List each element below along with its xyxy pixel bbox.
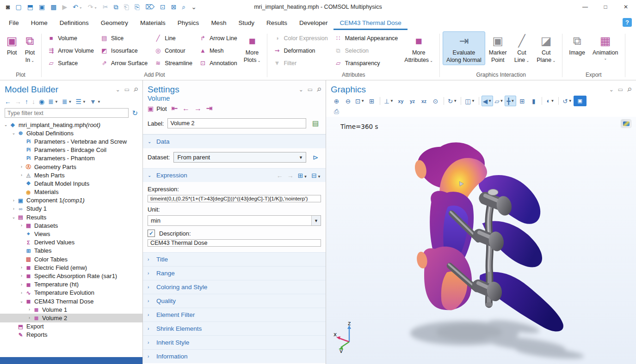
- tree-item-electric-field-emw[interactable]: ›◼Electric Field (emw): [0, 263, 142, 272]
- go-to-yz-view-button[interactable]: yz: [407, 96, 418, 106]
- cut-line-button[interactable]: ╱CutLine ⌄: [511, 31, 533, 65]
- replace-expression-icon[interactable]: ⊞▼: [298, 172, 308, 179]
- app-icon[interactable]: ◙: [4, 2, 12, 12]
- isosurface-button[interactable]: ◩Isosurface: [98, 44, 150, 57]
- collapse-arrow-icon[interactable]: ⌄: [19, 299, 25, 303]
- section-coloring-and-style[interactable]: ›Coloring and Style: [143, 280, 326, 294]
- tree-item-cem43-thermal-dose[interactable]: ⌄◼CEM43 Thermal Dose: [0, 297, 142, 305]
- rotate-view-button[interactable]: ↻▼: [446, 96, 458, 106]
- tree-item-derived-values[interactable]: ΣDerived Values: [0, 238, 142, 247]
- tab-definitions[interactable]: Definitions: [54, 16, 95, 30]
- evaluate-along-normal-button[interactable]: ⇥EvaluateAlong Normal: [443, 31, 485, 65]
- tab-results[interactable]: Results: [260, 16, 293, 30]
- open-file-button[interactable]: ⬒: [25, 2, 36, 12]
- unit-select[interactable]: min ▼: [148, 215, 321, 226]
- tree-item-tables[interactable]: ⊞Tables: [0, 247, 142, 255]
- settings-plot-button[interactable]: ▣ Plot: [148, 105, 167, 112]
- plot-in-button[interactable]: ⧉PlotIn ⌄: [21, 31, 39, 65]
- collapse-all-button[interactable]: ≣▼: [62, 98, 72, 105]
- expand-arrow-icon[interactable]: ›: [19, 223, 25, 228]
- more-plots-button[interactable]: ■MorePlots ⌄: [240, 31, 265, 65]
- save-as-button[interactable]: ▩: [48, 2, 59, 12]
- zoom-out-button[interactable]: ⊖: [342, 96, 354, 106]
- maximize-button[interactable]: □: [595, 0, 616, 14]
- tree-item-views[interactable]: ⌖Views: [0, 230, 142, 238]
- paste-button[interactable]: ⎗: [122, 2, 131, 12]
- more-attributes-button[interactable]: ■MoreAttributes ⌄: [401, 31, 437, 65]
- collapse-panel-icon[interactable]: ⌄: [609, 86, 614, 93]
- expression-input[interactable]: [148, 195, 321, 202]
- tree-item-mesh-parts[interactable]: ›◬Mesh Parts: [0, 171, 142, 179]
- tree-item-volume-1[interactable]: ›◼Volume 1: [0, 305, 142, 314]
- section-title[interactable]: ›Title: [143, 252, 326, 266]
- show-grid-toggle[interactable]: ⊞: [516, 96, 528, 106]
- duplicate-button[interactable]: ⎘: [132, 2, 142, 12]
- section-element-filter[interactable]: ›Element Filter: [143, 308, 326, 322]
- show-legends-toggle[interactable]: ▮: [528, 96, 539, 106]
- show-button[interactable]: ◉: [39, 98, 44, 105]
- transparency-toggle[interactable]: ▱▼: [493, 96, 505, 106]
- image-button[interactable]: ⧉Image: [565, 31, 589, 58]
- section-expression[interactable]: ⌄ Expression ← → ⊞▼ ⊟▼: [143, 168, 326, 182]
- minimize-button[interactable]: —: [575, 0, 595, 14]
- plot-button[interactable]: ▣Plot: [3, 31, 21, 58]
- collapse-arrow-icon[interactable]: ⌄: [3, 122, 9, 127]
- go-forward-button[interactable]: →: [15, 98, 21, 105]
- arrow-volume-button[interactable]: ⇶Arrow Volume: [44, 44, 97, 57]
- plot-next-button[interactable]: →: [194, 105, 202, 112]
- sound-feedback-toggle[interactable]: ◀▼: [482, 96, 493, 106]
- contour-button[interactable]: ◎Contour: [151, 44, 195, 57]
- surface-button[interactable]: ▱Surface: [44, 57, 97, 69]
- section-quality[interactable]: ›Quality: [143, 294, 326, 308]
- node-text-button[interactable]: ☰▼: [76, 98, 86, 105]
- expand-arrow-icon[interactable]: ›: [19, 291, 25, 295]
- section-data[interactable]: ⌄ Data: [143, 134, 326, 148]
- run-button[interactable]: ▶: [60, 2, 69, 12]
- section-information[interactable]: ›Information: [143, 349, 326, 363]
- expand-arrow-icon[interactable]: ›: [26, 307, 32, 312]
- plot-thumbnail-button[interactable]: [621, 120, 631, 127]
- show-axes-toggle[interactable]: ╋▼: [505, 96, 516, 106]
- tree-filter-input[interactable]: [5, 108, 129, 118]
- refresh-icon[interactable]: ↻: [132, 109, 138, 117]
- deselect-box-button[interactable]: ⊠: [169, 2, 179, 12]
- pin-panel-icon[interactable]: ⚲: [315, 86, 323, 93]
- scene-camera-button[interactable]: ⊙: [430, 96, 441, 106]
- expand-all-button[interactable]: ≣▼: [48, 98, 58, 105]
- collapse-arrow-icon[interactable]: ⌄: [11, 215, 17, 219]
- expand-arrow-icon[interactable]: ›: [26, 315, 32, 320]
- tab-geometry[interactable]: Geometry: [95, 16, 134, 30]
- toolbar-options-button[interactable]: ⌄: [189, 2, 199, 12]
- tab-file[interactable]: File: [3, 16, 25, 30]
- new-file-button[interactable]: ▢: [13, 2, 24, 12]
- tree-item-parameters-vertebrae-and-screw[interactable]: PiParameters - Vertebrae and Screw: [0, 137, 142, 146]
- print-button[interactable]: ⎙: [331, 107, 342, 117]
- tab-developer[interactable]: Developer: [293, 16, 334, 30]
- tab-home[interactable]: Home: [25, 16, 54, 30]
- tree-item-results[interactable]: ⌄▤Results: [0, 213, 142, 221]
- expand-arrow-icon[interactable]: ›: [19, 273, 25, 278]
- marker-point-button[interactable]: ▣MarkerPoint: [485, 31, 511, 65]
- arrow-line-button[interactable]: ↱Arrow Line: [196, 32, 240, 44]
- tree-item-specific-absorption-rate-sar1[interactable]: ›◼Specific Absorption Rate (sar1): [0, 272, 142, 280]
- move-down-button[interactable]: ↓: [32, 98, 35, 105]
- plot-previous-button[interactable]: ←: [182, 105, 190, 112]
- tree-item-global-definitions[interactable]: ⌄⊛Global Definitions: [0, 129, 142, 137]
- tab-materials[interactable]: Materials: [134, 16, 172, 30]
- expand-arrow-icon[interactable]: ›: [19, 164, 25, 169]
- description-checkbox[interactable]: ✓: [148, 230, 155, 237]
- find-button[interactable]: ⌕: [179, 2, 188, 12]
- pin-panel-icon[interactable]: ⚲: [132, 86, 140, 93]
- line-button[interactable]: ╱Line: [151, 32, 195, 44]
- graphics-canvas[interactable]: Time=360 s z x y: [326, 117, 636, 364]
- select-box-button[interactable]: ⊡: [158, 2, 168, 12]
- tree-item-component-1[interactable]: ›▣Component 1 (comp1): [0, 196, 142, 205]
- tree-item-materials[interactable]: ◉Materials: [0, 188, 142, 196]
- delete-button[interactable]: ⌦: [143, 2, 157, 12]
- tab-physics[interactable]: Physics: [172, 16, 205, 30]
- save-button[interactable]: ▣: [37, 2, 47, 12]
- go-to-xz-view-button[interactable]: xz: [418, 96, 430, 106]
- tree-item-parameters-phantom[interactable]: PiParameters - Phantom: [0, 154, 142, 163]
- copy-button[interactable]: ⧉: [111, 2, 121, 12]
- dataset-select[interactable]: From parent ▼: [173, 152, 306, 163]
